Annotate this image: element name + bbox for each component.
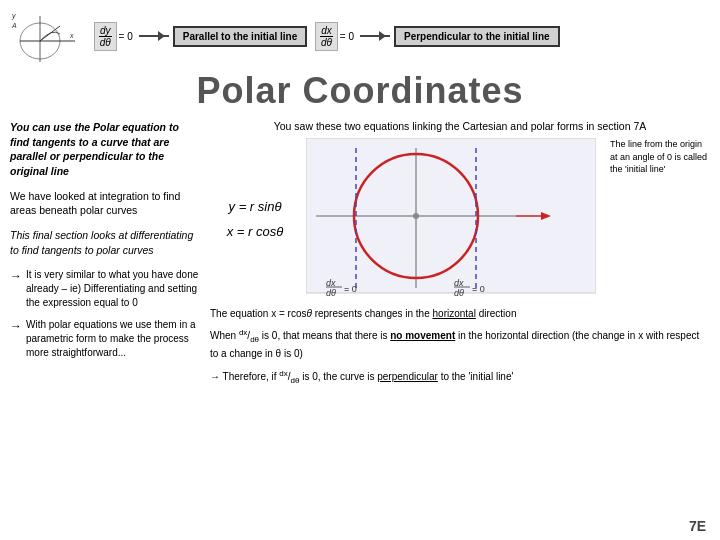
svg-line-3	[40, 26, 60, 41]
svg-text:dθ: dθ	[454, 288, 464, 298]
horizontal-underline: horizontal	[433, 308, 476, 319]
perpendicular-label: Perpendicular to the initial line	[394, 26, 560, 47]
left-block3: This final section looks at differentiat…	[10, 228, 200, 257]
initial-line-note: The line from the origin at an angle of …	[610, 138, 710, 300]
left-block2: We have looked at integration to find ar…	[10, 189, 200, 218]
svg-text:dθ: dθ	[326, 288, 336, 298]
circle-diagram-area: dx dθ = 0 dx dθ = 0	[306, 138, 604, 300]
bullet2: → With polar equations we use them in a …	[10, 318, 200, 360]
header-diagram: y A x	[10, 6, 90, 66]
bullet1-arrow: →	[10, 269, 22, 310]
arrow1	[139, 35, 169, 37]
svg-text:= 0: = 0	[344, 284, 357, 294]
page-number: 7E	[689, 518, 706, 534]
bullet2-text: With polar equations we use them in a pa…	[26, 318, 200, 360]
svg-text:A: A	[11, 22, 17, 29]
dy-eq: = 0	[119, 31, 133, 42]
formula2: x = r cosθ	[227, 224, 284, 239]
arrow2	[360, 35, 390, 37]
formula1: y = r sinθ	[229, 199, 282, 214]
page-title: Polar Coordinates	[0, 70, 720, 120]
svg-text:dx: dx	[326, 278, 336, 288]
dy-numerator: dy	[99, 25, 112, 37]
dx-denominator: dθ	[321, 37, 332, 48]
bottom-text3-content: → Therefore, if dx/dθ is 0, the curve is…	[210, 371, 513, 382]
dx-dtheta-box: dx dθ = 0	[315, 22, 356, 51]
bottom-text2-content: When dx/dθ is 0, that means that there i…	[210, 330, 699, 359]
dx-numerator: dx	[320, 25, 333, 37]
polar-circle-svg: dx dθ = 0 dx dθ = 0	[306, 138, 596, 298]
dy-denominator: dθ	[100, 37, 111, 48]
perpendicular-text: perpendicular	[377, 371, 438, 382]
bottom-text1-content: The equation x = rcosθ represents change…	[210, 308, 516, 319]
bottom-text1: The equation x = rcosθ represents change…	[210, 306, 710, 321]
left-block1: You can use the Polar equation to find t…	[10, 120, 200, 179]
svg-point-13	[413, 213, 419, 219]
bullet2-arrow: →	[10, 319, 22, 360]
svg-text:= 0: = 0	[472, 284, 485, 294]
formulas-col: y = r sinθ x = r cosθ	[210, 138, 300, 300]
header-arrows: dy dθ = 0 Parallel to the initial line d…	[94, 22, 710, 51]
left-panel: You can use the Polar equation to find t…	[10, 120, 200, 387]
svg-text:x: x	[69, 32, 74, 39]
svg-text:dx: dx	[454, 278, 464, 288]
bullet1: → It is very similar to what you have do…	[10, 268, 200, 310]
bottom-text2: When dx/dθ is 0, that means that there i…	[210, 327, 710, 361]
bottom-text3: → Therefore, if dx/dθ is 0, the curve is…	[210, 367, 710, 386]
parallel-label: Parallel to the initial line	[173, 26, 307, 47]
header: y A x dy dθ = 0 Parallel to the initial …	[0, 0, 720, 70]
section-note: You saw these two equations linking the …	[210, 120, 710, 132]
svg-text:y: y	[11, 12, 16, 20]
bullet1-text: It is very similar to what you have done…	[26, 268, 200, 310]
no-movement-text: no movement	[390, 330, 455, 341]
main-content: You can use the Polar equation to find t…	[0, 120, 720, 387]
dy-dtheta-box: dy dθ = 0	[94, 22, 135, 51]
dx-eq: = 0	[340, 31, 354, 42]
right-panel: You saw these two equations linking the …	[210, 120, 710, 387]
